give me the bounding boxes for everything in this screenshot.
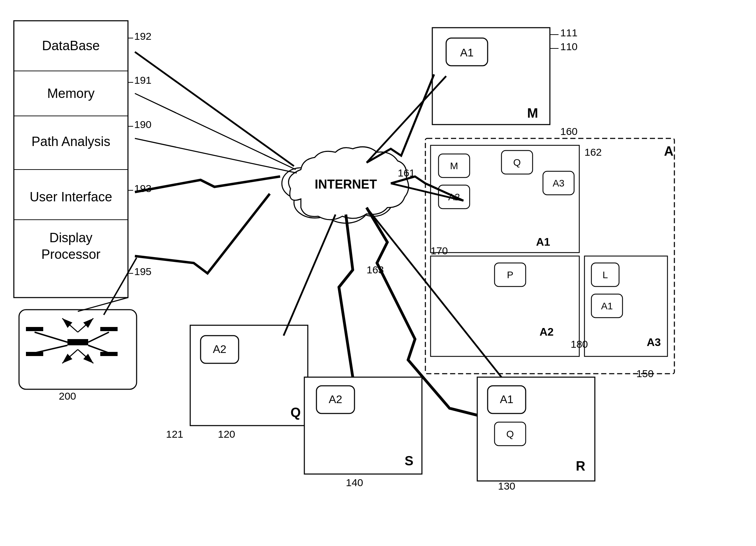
path-analysis-label: Path Analysis	[31, 134, 110, 149]
node-r-a1: A1	[500, 393, 513, 406]
internet-cloud: INTERNET	[282, 147, 408, 223]
ref-162: 162	[584, 146, 602, 158]
ref-150: 150	[636, 368, 654, 379]
node-s-label: S	[405, 454, 413, 468]
svg-line-57	[135, 93, 296, 170]
a3-a1-bubble: A1	[601, 301, 613, 311]
ref-180: 180	[571, 338, 588, 350]
svg-rect-49	[26, 352, 43, 356]
svg-line-58	[135, 138, 297, 173]
svg-rect-48	[26, 327, 43, 331]
a1-m-bubble: M	[450, 161, 458, 171]
a3-l-bubble: L	[602, 270, 608, 280]
ref-192: 192	[134, 30, 151, 42]
node-q-a2: A2	[213, 343, 226, 355]
sub-a3-label: A3	[647, 336, 661, 348]
a2-p-bubble: P	[507, 270, 514, 280]
node-r-q: Q	[506, 429, 514, 439]
ref-110: 110	[560, 41, 578, 52]
ref-170: 170	[431, 245, 448, 256]
node-m-a1: A1	[460, 46, 473, 59]
ref-121: 121	[166, 428, 183, 440]
svg-rect-50	[100, 327, 118, 331]
node-q-label: Q	[291, 405, 301, 420]
svg-rect-43	[67, 339, 88, 345]
display-processor-label: Display	[49, 230, 93, 245]
node-r-label: R	[576, 459, 585, 473]
svg-line-56	[135, 52, 294, 166]
display-processor-label2: Processor	[41, 247, 100, 262]
node-m-label: M	[527, 106, 538, 120]
ref-140: 140	[346, 477, 363, 488]
ref-200: 200	[59, 390, 76, 402]
node-s-a2: A2	[329, 393, 342, 406]
memory-label: Memory	[47, 86, 94, 101]
a1-a3-bubble: A3	[553, 178, 564, 189]
ref-190: 190	[134, 119, 151, 130]
a1-q-bubble: Q	[513, 157, 521, 168]
node-a-label: A	[664, 144, 673, 158]
sub-a2-label: A2	[540, 326, 554, 338]
ref-120: 120	[218, 428, 235, 440]
svg-rect-51	[100, 352, 118, 356]
svg-line-61	[284, 215, 335, 336]
ref-195: 195	[134, 266, 151, 277]
ref-111: 111	[560, 27, 578, 38]
database-label: DataBase	[42, 38, 100, 53]
internet-label: INTERNET	[315, 177, 377, 191]
ref-130: 130	[498, 480, 515, 492]
user-interface-label: User Interface	[30, 190, 112, 204]
sub-a1-label: A1	[536, 236, 550, 248]
ref-191: 191	[134, 74, 151, 86]
ref-160: 160	[560, 126, 578, 137]
